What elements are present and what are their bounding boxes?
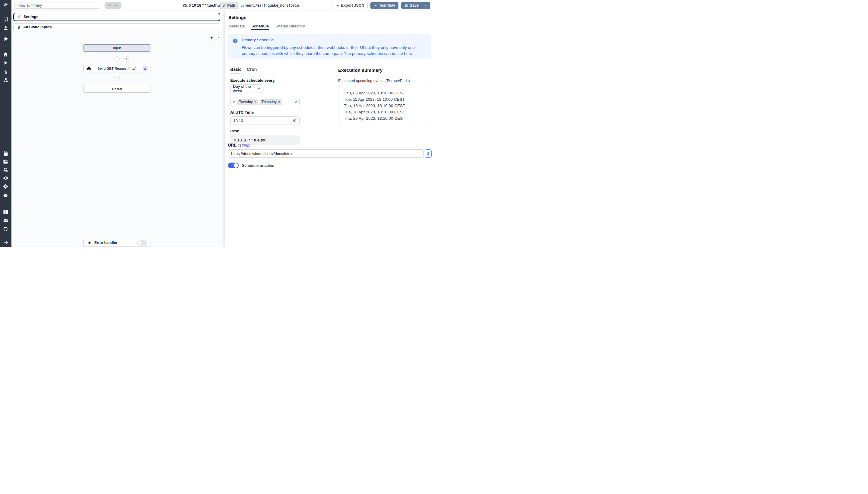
export-json-label: Export JSON <box>341 3 364 7</box>
execute-schedule-label: Execute schedule every <box>230 78 300 83</box>
settings-tabs: Metadata Schedule Shared Directory <box>229 23 305 30</box>
groups-users-gear-icon[interactable] <box>3 167 9 173</box>
zoom-out-button[interactable]: - <box>216 35 221 40</box>
divider <box>225 30 434 30</box>
save-button-group: Save <box>401 2 430 9</box>
plus-icon <box>116 77 118 80</box>
calendar-icon <box>183 4 187 7</box>
infobox-body: Flows can be triggered by any schedules,… <box>242 45 426 56</box>
execution-summary: Execution summary Estimated upcoming eve… <box>338 68 431 126</box>
utc-time-label: At UTC Time <box>230 110 300 115</box>
event-item: Tue, 11 Apr 2023, 18:10:00 CEST <box>344 96 428 103</box>
collapse-arrow-icon[interactable] <box>3 240 9 245</box>
add-step-button[interactable] <box>115 76 120 81</box>
node-error-handler[interactable]: Error handler <box>83 239 151 246</box>
error-handler-label: Error handler <box>94 241 117 245</box>
node-get-request[interactable]: HTTP Send GET Request (http) a <box>83 65 151 72</box>
insert-variable-button[interactable]: $ <box>425 149 432 158</box>
day-chip-label: Thursday <box>262 100 277 104</box>
path-label: Path <box>227 3 235 7</box>
url-input[interactable] <box>228 149 424 158</box>
info-icon: i <box>233 39 237 43</box>
frequency-select[interactable]: Day of the week <box>230 84 263 93</box>
user-icon[interactable] <box>3 25 9 31</box>
discord-icon[interactable] <box>3 218 9 224</box>
test-flow-button[interactable]: Test flow <box>370 2 398 9</box>
upcoming-events-box: Thu, 06 Apr 2023, 18:10:00 CEST Tue, 11 … <box>338 86 431 126</box>
node-result[interactable]: Result <box>83 85 151 93</box>
error-handler-toggle[interactable] <box>137 240 147 246</box>
flow-summary-input[interactable] <box>15 2 100 9</box>
days-multiselect[interactable]: Tuesday × Thursday × × <box>230 98 300 106</box>
tab-metadata[interactable]: Metadata <box>229 23 245 30</box>
tab-basic[interactable]: Basic <box>230 67 241 74</box>
save-button[interactable]: Save <box>401 2 422 9</box>
export-json-button[interactable]: Export JSON <box>332 2 368 9</box>
home-icon[interactable] <box>3 52 9 57</box>
path-value[interactable]: u/henri/earthquake_monitorin <box>237 2 302 9</box>
remove-day-icon[interactable]: × <box>254 100 256 104</box>
event-item: Thu, 06 Apr 2023, 18:10:00 CEST <box>344 90 428 96</box>
node-input[interactable]: Input <box>83 44 151 52</box>
remove-day-icon[interactable]: × <box>278 100 280 104</box>
infobox-title: Primary Schedule <box>242 38 426 42</box>
add-trigger-button[interactable] <box>124 56 129 61</box>
cron-preview-text: 0 10 18 * * tue,thu <box>189 3 220 7</box>
flow-settings-card[interactable]: Settings <box>13 13 220 21</box>
docs-book-icon[interactable] <box>3 209 9 215</box>
primary-schedule-infobox: i Primary Schedule Flows can be triggere… <box>228 34 431 59</box>
time-input[interactable]: 18:10 <box>230 116 300 125</box>
chevron-down-icon <box>425 4 428 7</box>
clock-icon[interactable] <box>293 119 297 123</box>
pane-splitter[interactable] <box>223 11 225 247</box>
save-label: Save <box>410 3 419 7</box>
variables-dollar-icon[interactable]: $ <box>3 69 9 75</box>
edit-path-button[interactable]: Path <box>220 2 237 9</box>
execution-summary-title: Execution summary <box>338 68 431 73</box>
export-icon <box>335 4 339 7</box>
save-dropdown-button[interactable] <box>422 2 430 9</box>
favorites-star-icon[interactable] <box>3 36 9 42</box>
workspace-icon[interactable] <box>3 16 9 22</box>
node-id-badge: a <box>142 66 148 72</box>
cron-preview: 0 10 18 * * tue,thu <box>183 0 220 11</box>
day-chip-label: Tuesday <box>239 100 253 104</box>
save-icon <box>405 4 408 7</box>
audit-eye-icon[interactable] <box>3 175 9 181</box>
windmill-flow-editor: $ <box>0 0 434 247</box>
redo-icon[interactable] <box>114 4 118 7</box>
folders-icon[interactable] <box>3 159 9 165</box>
github-icon[interactable] <box>3 226 9 232</box>
topbar-actions: Export JSON Test flow Save <box>332 2 430 9</box>
cron-label: Cron <box>230 129 300 133</box>
sidebar: $ <box>0 0 12 247</box>
divider <box>338 76 431 76</box>
schedules-calendar-icon[interactable] <box>3 151 9 156</box>
tab-cron[interactable]: Cron <box>247 67 257 74</box>
flow-canvas[interactable]: + - Input HTTP Send GET Request (http) a… <box>12 31 223 247</box>
day-chip: Thursday × <box>260 99 282 105</box>
sidebar-divider <box>0 45 12 46</box>
windmill-logo-icon[interactable] <box>3 2 9 7</box>
zoom-in-button[interactable]: + <box>209 35 214 40</box>
node-get-request-label: Send GET Request (http) <box>97 66 137 70</box>
time-value: 18:10 <box>233 118 243 123</box>
sort-handle-icon[interactable] <box>232 99 236 104</box>
pencil-icon <box>222 4 226 7</box>
add-step-button[interactable] <box>115 56 120 61</box>
runs-play-icon[interactable] <box>3 60 9 66</box>
all-static-inputs-card[interactable]: $ All Static Inputs <box>13 23 220 31</box>
schedule-form: Basic Cron Execute schedule every Day of… <box>230 67 300 145</box>
workers-robot-icon[interactable] <box>3 192 9 198</box>
schedule-enabled-toggle[interactable] <box>228 163 239 168</box>
url-section: URL (string) $ <box>228 142 432 158</box>
event-item: Thu, 20 Apr 2023, 18:10:00 CEST <box>344 115 428 122</box>
frequency-value: Day of the week <box>233 84 257 93</box>
undo-icon[interactable] <box>108 4 112 7</box>
day-chip: Tuesday × <box>237 99 258 105</box>
clear-days-icon[interactable]: × <box>294 100 297 104</box>
tab-shared-directory[interactable]: Shared Directory <box>275 23 305 30</box>
resources-cubes-icon[interactable] <box>3 77 9 83</box>
tab-schedule[interactable]: Schedule <box>251 23 269 30</box>
settings-gear-icon[interactable] <box>3 184 9 189</box>
